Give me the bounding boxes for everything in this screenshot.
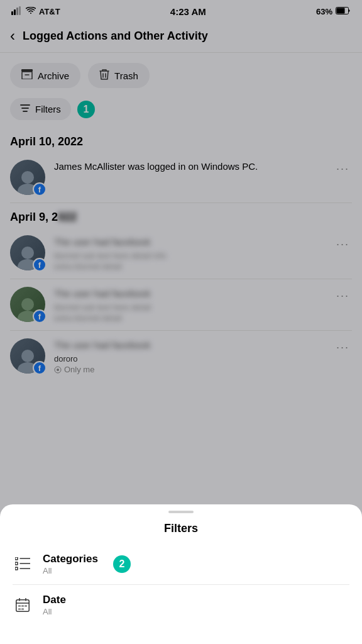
sheet-handle [168, 511, 194, 513]
sheet-item-date[interactable]: Date All [0, 585, 362, 625]
svg-rect-17 [15, 557, 18, 560]
svg-rect-23 [25, 605, 27, 607]
bottom-sheet: Filters Categories All 2 [0, 504, 362, 644]
svg-rect-18 [15, 562, 18, 565]
date-label: Date [43, 594, 66, 606]
svg-rect-22 [21, 605, 24, 607]
svg-rect-24 [18, 608, 21, 610]
sheet-title: Filters [0, 517, 362, 544]
sheet-item-categories[interactable]: Categories All 2 [0, 544, 362, 584]
date-content: Date All [43, 594, 66, 616]
date-icon [13, 595, 33, 615]
date-sub: All [43, 607, 66, 616]
categories-sub: All [43, 566, 98, 575]
categories-icon [13, 554, 33, 574]
svg-rect-25 [21, 608, 24, 610]
categories-content: Categories All [43, 553, 98, 575]
categories-badge: 2 [113, 555, 131, 573]
svg-rect-19 [15, 567, 18, 570]
svg-rect-21 [18, 605, 21, 607]
categories-label: Categories [43, 553, 98, 565]
